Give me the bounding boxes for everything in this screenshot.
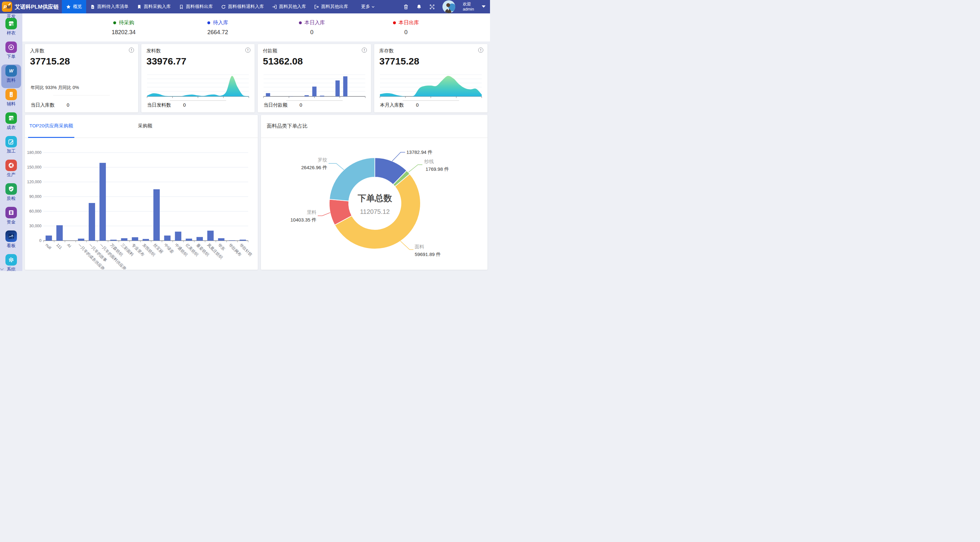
sidebar-item-5[interactable]: 成衣 [1, 112, 21, 136]
nav-tab-label: 面料其他出库 [321, 4, 348, 10]
nav-tab-2[interactable]: 面料采购入库 [133, 0, 175, 13]
divider [53, 95, 110, 96]
disc-icon [8, 44, 14, 51]
kpi-title: 付款额 [263, 48, 366, 54]
nav-more-menu[interactable]: 更多 [361, 4, 374, 10]
stat-value: 2664.72 [207, 29, 228, 36]
sidebar-icon-tile [5, 112, 17, 124]
sidebar-item-label: 资金 [7, 219, 16, 225]
svg-text:111: 111 [56, 242, 63, 250]
svg-text:150,000: 150,000 [27, 165, 41, 169]
kpi-footer: 当日发料数0 [147, 102, 186, 108]
svg-text:AI: AI [66, 242, 72, 248]
kpi-card-payment: 付款额 ! 51362.08 当日付款额0 [258, 44, 371, 112]
stat-label: 待入库 [213, 19, 228, 26]
refresh-icon [221, 5, 226, 9]
payment-trend-spark-chart[interactable] [263, 72, 366, 99]
stock-trend-spark-chart[interactable] [379, 72, 482, 99]
stat-dot [207, 21, 210, 24]
info-icon[interactable]: ! [478, 48, 483, 53]
stat-label: 待采购 [119, 19, 134, 26]
kpi-card-stock: 库存数 ! 37715.28 本月入库数0 [374, 44, 487, 112]
main-content: 待采购18202.34待入库2664.72本日入库0本日出库0 入库数 ! 37… [22, 13, 490, 271]
app-logo[interactable]: PM [2, 2, 12, 12]
svg-text:60,000: 60,000 [29, 209, 41, 214]
chart-zoom-bar[interactable] [170, 100, 226, 101]
kpi-value: 51362.08 [263, 56, 366, 67]
welcome-text: 欢迎 admin [463, 2, 474, 12]
stat-dot [393, 21, 396, 24]
tab-purchase-amount[interactable]: 采购额 [137, 115, 153, 138]
board-icon [8, 233, 14, 239]
sidebar-item-0[interactable]: 开发 [1, 13, 21, 17]
sidebar-item-6[interactable]: 加工 [1, 136, 21, 159]
stat-label: 本日入库 [305, 19, 325, 26]
sidebar-icon-tile [5, 183, 17, 195]
nav-tab-5[interactable]: 面料其他入库 [268, 0, 310, 13]
svg-text:面料: 面料 [415, 244, 424, 249]
svg-text:13782.94 件: 13782.94 件 [406, 149, 433, 155]
user-menu-caret-icon[interactable] [482, 5, 485, 8]
navbar-actions: 欢迎 admin [403, 0, 490, 13]
sidebar-item-label: 成衣 [7, 125, 16, 131]
stat-value: 0 [404, 29, 407, 36]
chart-zoom-bar[interactable] [402, 100, 460, 101]
stat-value: 18202.34 [111, 29, 135, 36]
sidebar-scroll-down-icon[interactable] [0, 268, 22, 271]
nav-tab-label: 概览 [73, 4, 82, 10]
nav-tab-4[interactable]: 面料领料退料入库 [217, 0, 268, 13]
fabric-panel-header: 面料品类下单占比 [261, 115, 487, 138]
sidebar-item-label: 生产 [7, 172, 16, 178]
tab-top20-suppliers[interactable]: TOP20供应商采购额 [28, 115, 74, 138]
svg-text:59691.89 件: 59691.89 件 [415, 252, 441, 257]
sidebar-item-10[interactable]: 看板 [1, 230, 21, 253]
svg-text:纱线: 纱线 [424, 159, 434, 164]
info-icon[interactable]: ! [245, 48, 250, 53]
sidebar-icon-tile: W [5, 65, 17, 77]
doc-icon [90, 5, 95, 9]
calc-icon [8, 209, 14, 216]
sidebar-item-8[interactable]: 质检 [1, 183, 21, 206]
sidebar-item-3[interactable]: W面料 [1, 64, 21, 88]
svg-text:罗纹: 罗纹 [318, 157, 327, 163]
trash-icon[interactable] [403, 4, 409, 10]
nav-tab-0[interactable]: 概览 [62, 0, 86, 13]
supplier-panel-tabs: TOP20供应商采购额 采购额 [25, 115, 258, 138]
sidebar-item-7[interactable]: 生产 [1, 159, 21, 183]
logout-icon [314, 5, 319, 9]
fabric-category-panel: 面料品类下单占比 13782.94 件纱线1769.98 件面料59691.89… [261, 115, 487, 270]
svg-text:0: 0 [39, 238, 41, 243]
issue-trend-spark-chart[interactable] [146, 72, 250, 99]
user-avatar[interactable] [442, 0, 455, 13]
sidebar-item-2[interactable]: 下单 [1, 41, 21, 64]
kpi-cards-row: 入库数 ! 37715.28 年同比 933% 月同比 0% 当日入库数0 发料… [25, 44, 487, 112]
svg-text:120,000: 120,000 [27, 180, 41, 184]
sidebar-item-label: 质检 [7, 196, 16, 201]
info-icon[interactable]: ! [362, 48, 367, 53]
fullscreen-icon[interactable] [430, 4, 435, 10]
nav-tab-3[interactable]: 面料领料出库 [175, 0, 217, 13]
summary-stats-row: 待采购18202.34待入库2664.72本日入库0本日出库0 [22, 13, 490, 41]
nav-tab-6[interactable]: 面料其他出库 [310, 0, 352, 13]
svg-text:W: W [9, 68, 14, 73]
top20-supplier-bar-chart[interactable]: 030,00060,00090,000120,000150,000180,000… [25, 138, 253, 269]
chart-zoom-bar[interactable] [286, 100, 343, 101]
sidebar-item-label: 面料 [7, 78, 16, 83]
stat-2: 本日入库0 [265, 13, 359, 41]
kpi-footer: 当日付款额0 [264, 102, 302, 108]
dashboard-page: PM 艾诺科PLM供应链 概览面料待入库清单面料采购入库面料领料出库面料领料退料… [0, 0, 490, 271]
svg-text:10403.35 件: 10403.35 件 [290, 217, 317, 223]
info-icon[interactable]: ! [129, 48, 134, 53]
sidebar-item-9[interactable]: 资金 [1, 206, 21, 230]
shop-icon [8, 21, 14, 27]
bell-icon[interactable] [416, 4, 422, 10]
nav-tab-1[interactable]: 面料待入库清单 [86, 0, 133, 13]
chrome-icon [8, 162, 14, 169]
svg-text:180,000: 180,000 [27, 150, 41, 155]
sidebar-item-4[interactable]: 辅料 [1, 88, 21, 112]
fabric-category-donut-chart[interactable]: 13782.94 件纱线1769.98 件面料59691.89 件里料10403… [261, 138, 487, 270]
svg-text:下单总数: 下单总数 [358, 193, 392, 203]
sidebar-icon-tile [5, 254, 17, 266]
svg-text:null: null [45, 242, 52, 250]
sidebar-item-1[interactable]: 样衣 [1, 17, 21, 41]
